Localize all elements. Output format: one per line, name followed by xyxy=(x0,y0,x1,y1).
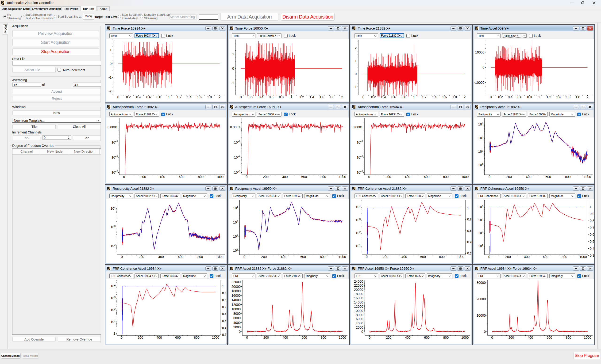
svg-text:400: 400 xyxy=(524,255,530,259)
svg-text:2: 2 xyxy=(219,95,221,99)
svg-text:800: 800 xyxy=(197,255,203,259)
svg-text:400: 400 xyxy=(401,255,407,259)
svg-text:600: 600 xyxy=(300,255,306,259)
svg-text:1000: 1000 xyxy=(584,175,591,179)
svg-text:200: 200 xyxy=(139,255,144,259)
svg-text:0.6: 0.6 xyxy=(269,95,273,99)
svg-text:800: 800 xyxy=(565,175,571,179)
svg-text:12000: 12000 xyxy=(354,305,363,308)
svg-text:0.8: 0.8 xyxy=(467,217,471,221)
svg-text:1000: 1000 xyxy=(584,336,591,339)
svg-text:-10000: -10000 xyxy=(474,81,484,85)
svg-text:0: 0 xyxy=(121,255,123,259)
svg-text:1: 1 xyxy=(413,95,415,99)
svg-text:600: 600 xyxy=(424,336,430,339)
svg-text:1.2: 1.2 xyxy=(422,95,427,99)
svg-text:0: 0 xyxy=(489,175,491,179)
svg-text:200: 200 xyxy=(506,175,512,179)
svg-text:400: 400 xyxy=(405,336,411,339)
svg-text:800: 800 xyxy=(320,255,326,259)
svg-text:1.6: 1.6 xyxy=(566,95,571,99)
svg-text:1: 1 xyxy=(222,284,224,288)
svg-text:0: 0 xyxy=(362,95,364,99)
svg-text:2000: 2000 xyxy=(233,325,241,329)
svg-text:400: 400 xyxy=(281,255,286,259)
svg-text:1000: 1000 xyxy=(579,255,587,259)
svg-text:1.6: 1.6 xyxy=(197,95,202,99)
svg-text:0.4: 0.4 xyxy=(590,247,594,250)
svg-text:2000: 2000 xyxy=(356,326,363,329)
svg-text:0.8: 0.8 xyxy=(402,95,406,99)
svg-text:800: 800 xyxy=(194,336,200,339)
svg-text:18000: 18000 xyxy=(231,289,241,293)
svg-text:800: 800 xyxy=(443,175,449,179)
svg-text:0.0001: 0.0001 xyxy=(230,125,240,129)
svg-text:0.3: 0.3 xyxy=(590,254,594,257)
svg-text:0: 0 xyxy=(490,95,492,99)
svg-text:0: 0 xyxy=(232,67,234,70)
svg-text:600: 600 xyxy=(301,175,307,179)
svg-text:18000: 18000 xyxy=(354,292,363,296)
svg-text:0.9: 0.9 xyxy=(590,212,594,216)
svg-text:1000: 1000 xyxy=(212,336,219,339)
svg-text:800: 800 xyxy=(321,175,326,179)
svg-text:14000: 14000 xyxy=(231,298,241,302)
svg-text:200: 200 xyxy=(263,175,269,179)
svg-text:20000: 20000 xyxy=(231,285,241,288)
svg-text:0.5: 0.5 xyxy=(222,319,226,323)
svg-text:0: 0 xyxy=(246,175,248,179)
svg-text:200: 200 xyxy=(138,336,143,339)
svg-text:20000: 20000 xyxy=(354,288,363,292)
svg-text:0.0001: 0.0001 xyxy=(108,125,118,129)
svg-text:1.2: 1.2 xyxy=(177,95,181,99)
svg-text:10000: 10000 xyxy=(231,307,241,311)
svg-text:10000: 10000 xyxy=(475,50,484,54)
svg-text:16000: 16000 xyxy=(231,294,241,297)
svg-text:20000: 20000 xyxy=(477,297,486,301)
svg-text:1.4: 1.4 xyxy=(310,95,314,99)
svg-text:0: 0 xyxy=(240,95,242,99)
svg-text:1000: 1000 xyxy=(457,255,464,259)
svg-text:200: 200 xyxy=(509,336,514,339)
svg-text:400: 400 xyxy=(160,175,165,179)
svg-text:4000: 4000 xyxy=(356,321,363,325)
svg-text:0.4: 0.4 xyxy=(508,95,512,99)
svg-text:0: 0 xyxy=(366,255,368,259)
svg-text:1.4: 1.4 xyxy=(187,95,191,99)
svg-text:1000: 1000 xyxy=(339,255,346,259)
svg-text:0.8: 0.8 xyxy=(157,95,161,99)
svg-text:200: 200 xyxy=(383,255,388,259)
svg-text:0: 0 xyxy=(368,175,370,179)
svg-text:0: 0 xyxy=(361,330,363,334)
svg-text:0.7: 0.7 xyxy=(222,305,226,309)
svg-text:-1: -1 xyxy=(354,85,357,89)
svg-text:-2: -2 xyxy=(109,89,112,93)
svg-text:0.2: 0.2 xyxy=(498,95,503,99)
svg-text:1.6: 1.6 xyxy=(442,95,447,99)
svg-text:0: 0 xyxy=(484,330,486,334)
svg-text:200: 200 xyxy=(385,175,391,179)
svg-text:1: 1 xyxy=(355,59,357,63)
svg-text:1.4: 1.4 xyxy=(432,95,437,99)
svg-text:800: 800 xyxy=(443,336,449,339)
svg-text:30000: 30000 xyxy=(477,281,486,285)
svg-text:600: 600 xyxy=(175,336,181,339)
svg-text:0: 0 xyxy=(110,62,111,66)
svg-text:1.6: 1.6 xyxy=(320,95,324,99)
svg-text:600: 600 xyxy=(546,175,551,179)
svg-text:800: 800 xyxy=(198,175,203,179)
svg-text:0.7: 0.7 xyxy=(590,226,594,230)
svg-text:16000: 16000 xyxy=(354,296,363,300)
svg-text:0.0001: 0.0001 xyxy=(353,125,363,129)
svg-text:0.4: 0.4 xyxy=(467,240,471,244)
svg-text:0.4: 0.4 xyxy=(259,95,263,99)
svg-text:800: 800 xyxy=(439,255,445,259)
svg-text:10000: 10000 xyxy=(354,309,363,313)
svg-text:1.8: 1.8 xyxy=(330,95,334,99)
svg-text:8000: 8000 xyxy=(356,313,363,317)
svg-text:0.3: 0.3 xyxy=(222,333,226,336)
svg-text:22000: 22000 xyxy=(231,280,241,284)
svg-text:1.4: 1.4 xyxy=(556,95,561,99)
svg-text:0: 0 xyxy=(355,72,357,76)
svg-text:800: 800 xyxy=(566,336,571,339)
